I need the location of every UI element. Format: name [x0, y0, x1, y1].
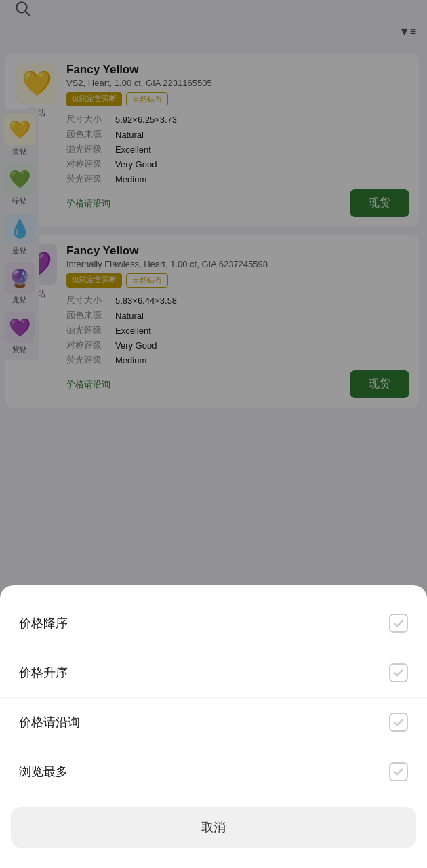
- sheet-option-3[interactable]: 浏览最多: [0, 747, 427, 796]
- sheet-option-0[interactable]: 价格降序: [0, 599, 427, 648]
- checkbox-2[interactable]: [389, 713, 408, 732]
- cancel-button[interactable]: 取消: [11, 807, 416, 848]
- sheet-option-label-1: 价格升序: [19, 665, 68, 681]
- checkbox-0[interactable]: [389, 614, 408, 633]
- sheet-option-label-3: 浏览最多: [19, 764, 68, 780]
- checkbox-3[interactable]: [389, 762, 408, 781]
- sheet-option-2[interactable]: 价格请沿询: [0, 698, 427, 747]
- sheet-option-1[interactable]: 价格升序: [0, 648, 427, 698]
- sheet-option-label-0: 价格降序: [19, 615, 68, 631]
- sheet-option-label-2: 价格请沿询: [19, 714, 80, 730]
- checkbox-1[interactable]: [389, 663, 408, 682]
- bottom-sheet: 价格降序 价格升序 价格请沿询 浏览最多 取消: [0, 585, 427, 868]
